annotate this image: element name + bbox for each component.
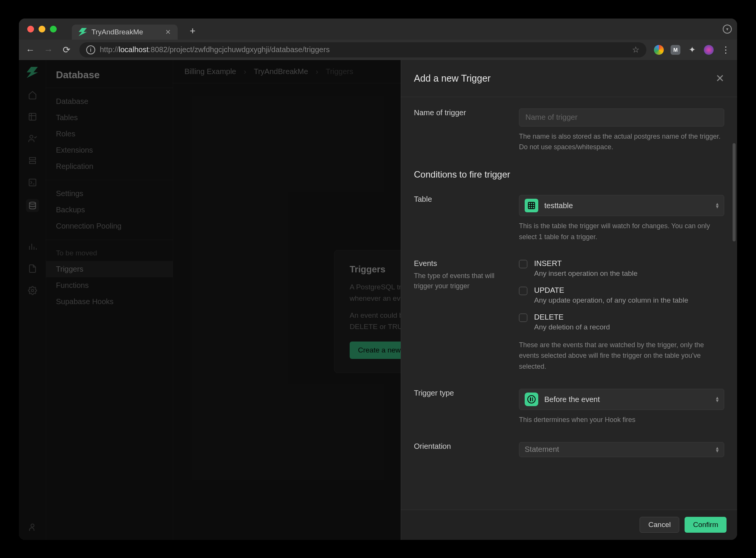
icon-rail bbox=[19, 60, 46, 540]
sidenav-item-settings[interactable]: Settings bbox=[46, 185, 173, 202]
reload-icon[interactable]: ⟳ bbox=[61, 45, 72, 55]
sidenav-item-extensions[interactable]: Extensions bbox=[46, 142, 173, 158]
orientation-select[interactable]: Statement ▴▾ bbox=[519, 442, 724, 457]
minimize-window[interactable] bbox=[39, 26, 45, 32]
orientation-value: Statement bbox=[525, 445, 559, 454]
panel-header: Add a new Trigger ✕ bbox=[401, 60, 737, 97]
table-label: Table bbox=[414, 195, 510, 204]
home-icon[interactable] bbox=[27, 90, 38, 100]
site-info-icon[interactable]: i bbox=[86, 45, 95, 54]
close-icon[interactable]: ✕ bbox=[716, 72, 724, 85]
url-text: http://localhost:8082/project/zwfdhgcjch… bbox=[100, 45, 330, 54]
sidenav-item-functions[interactable]: Functions bbox=[46, 277, 173, 294]
database-icon[interactable] bbox=[26, 199, 39, 212]
sidenav-item-triggers[interactable]: Triggers bbox=[46, 261, 173, 277]
extension-icons: M ✦ ⋮ bbox=[654, 45, 731, 55]
docs-icon[interactable] bbox=[27, 263, 38, 274]
crumb-project[interactable]: TryAndBreakMe bbox=[254, 67, 308, 76]
svg-rect-0 bbox=[29, 113, 36, 120]
event-insert[interactable]: INSERT Any insert operation on the table bbox=[519, 259, 724, 278]
sidenav-item-connection-pooling[interactable]: Connection Pooling bbox=[46, 218, 173, 234]
confirm-button[interactable]: Confirm bbox=[685, 517, 727, 533]
chevron-updown-icon: ▴▾ bbox=[716, 447, 719, 452]
table-icon bbox=[525, 199, 538, 212]
sql-icon[interactable] bbox=[27, 177, 38, 188]
side-panel: Add a new Trigger ✕ Name of trigger The … bbox=[401, 60, 737, 540]
svg-rect-6 bbox=[528, 202, 535, 209]
address-bar: ← → ⟳ i http://localhost:8082/project/zw… bbox=[19, 40, 737, 60]
sidenav-item-backups[interactable]: Backups bbox=[46, 202, 173, 218]
sidenav-item-replication[interactable]: Replication bbox=[46, 158, 173, 175]
trigger-type-select[interactable]: Before the event ▴▾ bbox=[519, 389, 724, 410]
forward-icon[interactable]: → bbox=[43, 45, 54, 55]
crumb-org[interactable]: Billing Example bbox=[184, 67, 236, 76]
pause-icon bbox=[525, 393, 538, 406]
event-desc: Any deletion of a record bbox=[534, 323, 610, 331]
event-delete[interactable]: DELETE Any deletion of a record bbox=[519, 313, 724, 331]
star-icon[interactable]: ☆ bbox=[632, 45, 640, 55]
event-name: INSERT bbox=[534, 259, 638, 268]
svg-point-3 bbox=[29, 202, 36, 204]
settings-icon[interactable] bbox=[27, 285, 38, 296]
checkbox[interactable] bbox=[519, 287, 527, 295]
events-label: Events bbox=[414, 259, 510, 268]
event-name: UPDATE bbox=[534, 286, 688, 295]
checkbox[interactable] bbox=[519, 314, 527, 322]
event-name: DELETE bbox=[534, 313, 610, 322]
conditions-heading: Conditions to fire trigger bbox=[414, 169, 724, 180]
reports-icon[interactable] bbox=[27, 241, 38, 252]
svg-point-1 bbox=[30, 135, 33, 138]
ext-icon-gmail[interactable]: M bbox=[671, 45, 680, 55]
auth-icon[interactable] bbox=[27, 133, 38, 144]
crumb-page: Triggers bbox=[326, 67, 353, 76]
panel-body[interactable]: Name of trigger The name is also stored … bbox=[401, 97, 737, 510]
supabase-icon bbox=[79, 28, 87, 36]
tab-close-icon[interactable]: ✕ bbox=[165, 28, 171, 36]
cancel-button[interactable]: Cancel bbox=[640, 517, 679, 533]
back-icon[interactable]: ← bbox=[25, 45, 36, 55]
tab-menu-icon[interactable]: ▾ bbox=[723, 25, 732, 34]
extensions-icon[interactable]: ✦ bbox=[687, 45, 697, 55]
svg-rect-2 bbox=[29, 179, 36, 186]
table-select[interactable]: testtable ▴▾ bbox=[519, 195, 724, 216]
storage-icon[interactable] bbox=[27, 155, 38, 166]
close-window[interactable] bbox=[27, 26, 34, 32]
name-helper: The name is also stored as the actual po… bbox=[519, 131, 724, 153]
browser-tab[interactable]: TryAndBreakMe ✕ bbox=[72, 25, 178, 40]
chevron-right-icon: › bbox=[244, 67, 246, 76]
chevron-updown-icon: ▴▾ bbox=[716, 396, 719, 402]
titlebar: TryAndBreakMe ✕ + ▾ bbox=[19, 19, 737, 40]
trigger-type-helper: This dertermines when your Hook fires bbox=[519, 414, 724, 425]
scrollbar-thumb[interactable] bbox=[733, 143, 736, 241]
sidenav-item-roles[interactable]: Roles bbox=[46, 126, 173, 142]
checkbox[interactable] bbox=[519, 260, 527, 268]
tab-title: TryAndBreakMe bbox=[91, 28, 143, 36]
trigger-name-input[interactable] bbox=[519, 108, 724, 127]
chevron-updown-icon: ▴▾ bbox=[716, 202, 719, 208]
sidenav-group-label: To be moved bbox=[46, 245, 173, 261]
account-icon[interactable] bbox=[27, 522, 38, 532]
app: Database Database Tables Roles Extension… bbox=[19, 60, 737, 540]
svg-point-4 bbox=[31, 289, 34, 292]
name-label: Name of trigger bbox=[414, 108, 510, 117]
sidenav-item-tables[interactable]: Tables bbox=[46, 110, 173, 126]
events-helper: These are the events that are watched by… bbox=[519, 340, 724, 372]
traffic-lights bbox=[24, 26, 57, 32]
browser-menu-icon[interactable]: ⋮ bbox=[720, 45, 731, 55]
url-field[interactable]: i http://localhost:8082/project/zwfdhgcj… bbox=[79, 42, 646, 57]
svg-point-5 bbox=[31, 524, 34, 527]
ext-icon-1[interactable] bbox=[654, 45, 664, 55]
events-sublabel: The type of events that will trigger you… bbox=[414, 271, 510, 291]
orientation-label: Orientation bbox=[414, 442, 510, 451]
maximize-window[interactable] bbox=[50, 26, 57, 32]
table-editor-icon[interactable] bbox=[27, 111, 38, 122]
event-update[interactable]: UPDATE Any update operation, of any colu… bbox=[519, 286, 724, 305]
sidenav-item-supabase-hooks[interactable]: Supabase Hooks bbox=[46, 294, 173, 310]
chevron-right-icon: › bbox=[316, 67, 318, 76]
app-logo[interactable] bbox=[27, 67, 38, 78]
page-title: Database bbox=[46, 60, 173, 88]
sidenav-item-database[interactable]: Database bbox=[46, 93, 173, 110]
new-tab-button[interactable]: + bbox=[190, 25, 195, 37]
event-desc: Any insert operation on the table bbox=[534, 269, 638, 278]
profile-avatar[interactable] bbox=[704, 45, 714, 55]
